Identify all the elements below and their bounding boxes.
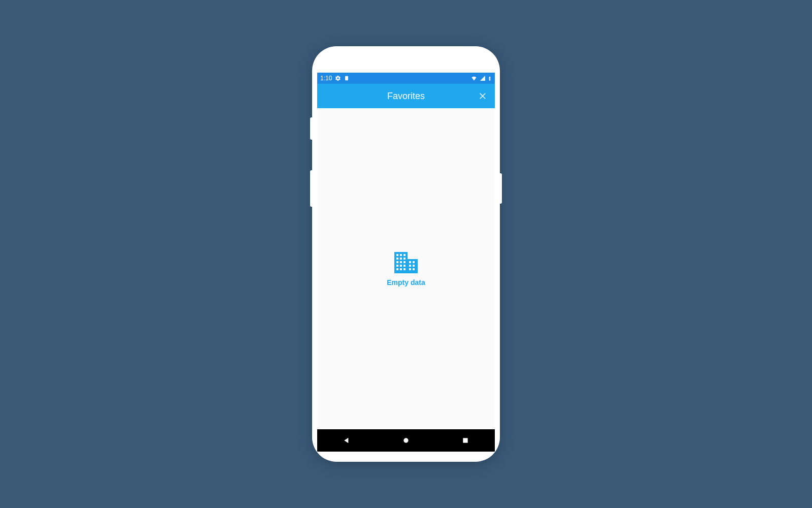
svg-rect-9 — [403, 258, 405, 260]
svg-rect-12 — [403, 261, 405, 263]
card-icon — [344, 75, 349, 81]
svg-rect-10 — [396, 261, 398, 263]
svg-rect-24 — [409, 268, 411, 270]
svg-rect-6 — [403, 254, 405, 256]
nav-home-button[interactable] — [395, 429, 417, 452]
home-icon — [402, 436, 410, 444]
svg-rect-14 — [400, 265, 402, 267]
recent-icon — [462, 437, 469, 444]
content-area: Empty data — [317, 108, 495, 429]
page-title: Favorites — [387, 91, 425, 102]
svg-rect-15 — [403, 265, 405, 267]
svg-rect-4 — [396, 254, 398, 256]
app-bar: Favorites — [317, 84, 495, 108]
svg-rect-8 — [400, 258, 402, 260]
wifi-icon — [470, 75, 478, 81]
phone-side-button — [500, 173, 502, 204]
svg-rect-21 — [413, 261, 415, 263]
status-bar: 1:10 — [317, 73, 495, 84]
status-time: 1:10 — [320, 75, 332, 82]
battery-icon — [488, 75, 492, 82]
close-button[interactable] — [476, 89, 490, 103]
svg-rect-7 — [396, 258, 398, 260]
svg-rect-27 — [463, 438, 467, 442]
building-icon — [393, 251, 419, 274]
phone-side-button — [310, 170, 312, 207]
gear-icon — [335, 75, 341, 81]
nav-recent-button[interactable] — [454, 429, 477, 452]
phone-side-button — [310, 117, 312, 140]
svg-rect-16 — [396, 268, 398, 270]
svg-rect-17 — [400, 268, 402, 270]
android-nav-bar — [317, 429, 495, 452]
svg-rect-18 — [403, 268, 405, 270]
phone-frame: 1:10 — [312, 46, 500, 462]
svg-point-26 — [403, 438, 408, 442]
svg-rect-22 — [409, 265, 411, 267]
svg-rect-0 — [345, 76, 348, 80]
nav-back-button[interactable] — [335, 429, 358, 452]
empty-state-label: Empty data — [387, 278, 425, 287]
close-icon — [478, 91, 487, 101]
svg-rect-13 — [396, 265, 398, 267]
svg-rect-20 — [409, 261, 411, 263]
svg-rect-23 — [413, 265, 415, 267]
svg-rect-5 — [400, 254, 402, 256]
svg-rect-11 — [400, 261, 402, 263]
svg-rect-25 — [413, 268, 415, 270]
signal-icon — [480, 75, 486, 81]
back-icon — [343, 436, 351, 444]
screen: 1:10 — [317, 73, 495, 452]
